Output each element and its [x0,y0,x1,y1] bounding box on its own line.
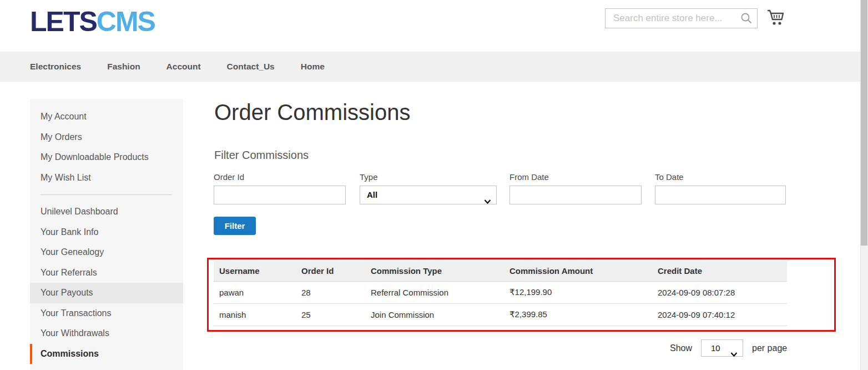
sidebar-item-my-account[interactable]: My Account [30,107,183,127]
nav-item-home[interactable]: Home [301,62,325,72]
sidebar-item-my-wish-list[interactable]: My Wish List [30,168,183,188]
cell-order-id: 28 [296,281,365,303]
sidebar-item-unilevel-dashboard[interactable]: Unilevel Dashboard [30,202,183,222]
show-label: Show [670,343,692,353]
cell-order-id: 25 [296,303,365,326]
sidebar-divider [41,194,172,195]
sidebar-item-your-withdrawals[interactable]: Your Withdrawals [30,323,183,344]
sidebar-item-your-bank-info[interactable]: Your Bank Info [30,222,183,243]
nav-item-contact-us[interactable]: Contact_Us [227,62,275,72]
table-row: manish 25 Join Commission ₹2,399.85 2024… [214,303,787,326]
sidebar-item-your-referrals[interactable]: Your Referrals [30,263,183,283]
order-id-field-group: Order Id [214,172,346,204]
column-header-username: Username [214,261,296,281]
page-size-value: 10 [711,343,720,353]
search-box [605,8,758,28]
per-page-label: per page [752,343,787,353]
column-header-order-id: Order Id [296,261,365,281]
cell-commission-type: Join Commission [365,303,504,326]
cell-commission-type: Referral Commission [365,281,504,303]
scrollbar-track[interactable] [860,0,868,370]
sidebar-item-commissions[interactable]: Commissions [30,344,183,364]
site-header: LETSCMS [0,0,868,52]
from-date-field-group: From Date [509,172,642,204]
column-header-commission-type: Commission Type [365,261,504,281]
table-header-row: Username Order Id Commission Type Commis… [214,261,787,281]
cell-commission-amount: ₹12,199.90 [504,281,652,303]
pager: Show 10 per page [670,339,787,357]
sidebar-item-your-genealogy[interactable]: Your Genealogy [30,242,183,263]
column-header-commission-amount: Commission Amount [504,261,652,281]
nav-item-fashion[interactable]: Fashion [107,62,140,72]
type-select[interactable]: All [360,186,497,204]
type-label: Type [360,172,497,182]
chevron-down-icon [484,193,491,211]
from-date-input[interactable] [509,186,642,204]
to-date-input[interactable] [655,186,786,204]
cart-icon [767,21,786,29]
page-size-select[interactable]: 10 [701,339,743,357]
cell-username: manish [214,303,296,326]
type-select-value: All [367,190,377,199]
nav-item-electronices[interactable]: Electronices [30,62,81,72]
from-date-label: From Date [509,172,642,182]
filter-button[interactable]: Filter [214,217,256,235]
column-header-credit-date: Credit Date [652,261,787,281]
logo-text-primary: LETS [30,6,97,37]
sidebar-item-your-transactions[interactable]: Your Transactions [30,303,183,324]
order-id-label: Order Id [214,172,346,182]
search-input[interactable] [605,8,758,28]
logo-text-secondary: CMS [97,6,155,37]
sidebar-item-my-downloadable-products[interactable]: My Downloadable Products [30,147,183,168]
account-sidebar: My Account My Orders My Downloadable Pro… [30,99,183,370]
cell-credit-date: 2024-09-09 07:40:12 [652,303,787,326]
sidebar-item-my-orders[interactable]: My Orders [30,127,183,148]
order-id-input[interactable] [214,186,346,204]
cell-commission-amount: ₹2,399.85 [504,303,652,326]
table-row: pawan 28 Referral Commission ₹12,199.90 … [214,281,787,303]
main-nav: Electronices Fashion Account Contact_Us … [0,52,868,82]
chevron-down-icon [730,346,738,362]
sidebar-item-your-payouts[interactable]: Your Payouts [30,283,183,303]
scrollbar-thumb[interactable] [861,0,867,246]
page: LETSCMS [0,0,868,370]
to-date-field-group: To Date [655,172,786,204]
cell-credit-date: 2024-09-09 08:07:28 [652,281,787,303]
type-field-group: Type All [360,172,497,204]
filter-legend: Filter Commissions [214,149,309,162]
search-icon [740,18,753,26]
nav-item-account[interactable]: Account [166,62,201,72]
page-title: Order Commissions [214,100,410,125]
commissions-table: Username Order Id Commission Type Commis… [214,261,787,326]
logo[interactable]: LETSCMS [30,7,155,37]
to-date-label: To Date [655,172,786,182]
search-button[interactable] [740,12,753,26]
cell-username: pawan [214,281,296,303]
cart-button[interactable] [766,8,787,29]
